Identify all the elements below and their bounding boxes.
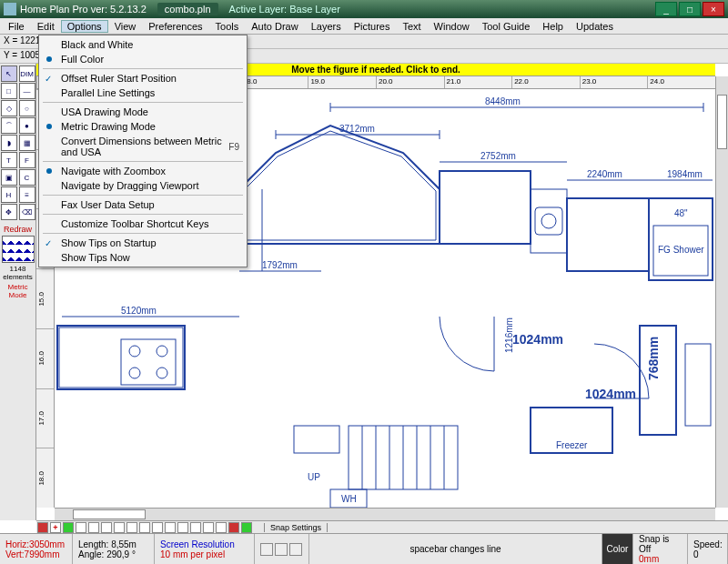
app-title: Home Plan Pro ver: 5.2.13.2 bbox=[20, 4, 147, 15]
zoom-in-icon[interactable] bbox=[260, 543, 273, 556]
hatch-palette[interactable] bbox=[2, 236, 35, 263]
plus-icon[interactable]: + bbox=[50, 522, 61, 533]
bullet-icon bbox=[46, 168, 52, 174]
ruler-tick: 21.0 bbox=[444, 76, 512, 88]
ruler-tick: 18.0 bbox=[36, 448, 54, 508]
minimize-button[interactable]: _ bbox=[655, 2, 677, 16]
fast-tool[interactable]: F bbox=[19, 152, 35, 168]
hide-tool[interactable]: H bbox=[1, 186, 17, 203]
svg-rect-3 bbox=[531, 189, 567, 253]
tool-icon[interactable] bbox=[139, 522, 150, 533]
status-horiz: Horiz:3050mm bbox=[5, 539, 66, 549]
menu-item-label: Customize Toolbar Shortcut Keys bbox=[61, 218, 208, 229]
redraw-button[interactable]: Redraw bbox=[4, 225, 32, 234]
document-name: combo.pln bbox=[157, 3, 218, 15]
menu-text[interactable]: Text bbox=[396, 20, 427, 33]
oval-tool[interactable]: ○ bbox=[19, 100, 35, 116]
tool-icon[interactable] bbox=[114, 522, 125, 533]
menu-tool-guide[interactable]: Tool Guide bbox=[476, 20, 537, 33]
menu-auto-draw[interactable]: Auto Draw bbox=[245, 20, 304, 33]
menu-pictures[interactable]: Pictures bbox=[348, 20, 397, 33]
menu-item-navigate-by-dragging-viewport[interactable]: Navigate by Dragging Viewport bbox=[39, 178, 247, 193]
svg-text:2752mm: 2752mm bbox=[480, 151, 516, 161]
tool-icon[interactable] bbox=[76, 522, 86, 533]
arc-tool[interactable]: ⌒ bbox=[1, 117, 17, 134]
tool-icon[interactable] bbox=[216, 522, 227, 533]
status-icon[interactable] bbox=[63, 522, 74, 533]
menu-item-show-tips-on-startup[interactable]: ✓Show Tips on Startup bbox=[39, 236, 247, 250]
status-mmperpx: 10 mm per pixel bbox=[160, 549, 248, 559]
menu-item-customize-toolbar-shortcut-keys[interactable]: Customize Toolbar Shortcut Keys bbox=[39, 217, 247, 231]
close-button[interactable]: × bbox=[703, 2, 724, 16]
tool-icon[interactable] bbox=[190, 522, 201, 533]
menu-file[interactable]: File bbox=[2, 20, 31, 33]
scroll-thumb[interactable] bbox=[717, 95, 727, 149]
scrollbar-horizontal[interactable] bbox=[55, 508, 715, 520]
menu-item-navigate-with-zoombox[interactable]: Navigate with Zoombox bbox=[39, 164, 247, 178]
menu-item-show-tips-now[interactable]: Show Tips Now bbox=[39, 250, 247, 265]
erase-tool[interactable]: ⌫ bbox=[19, 204, 35, 220]
tool-icon[interactable] bbox=[177, 522, 188, 533]
menu-item-label: Show Tips Now bbox=[61, 252, 130, 263]
scrollbar-vertical[interactable] bbox=[715, 76, 728, 508]
tool-icon[interactable] bbox=[101, 522, 112, 533]
tool-icon[interactable] bbox=[165, 522, 176, 533]
svg-text:FG Shower: FG Shower bbox=[658, 245, 704, 255]
svg-text:WH: WH bbox=[341, 494, 357, 504]
menu-separator bbox=[43, 233, 243, 234]
menu-item-label: Fax User Data Setup bbox=[61, 199, 155, 210]
menu-edit[interactable]: Edit bbox=[31, 20, 61, 33]
tool-icon[interactable] bbox=[203, 522, 214, 533]
menu-item-parallel-line-settings[interactable]: Parallel Line Settings bbox=[39, 86, 247, 100]
door-tool[interactable]: ◗ bbox=[1, 135, 17, 151]
ruler-tick: 17.0 bbox=[36, 388, 54, 448]
layer-tool[interactable]: ≡ bbox=[19, 186, 35, 203]
menu-item-fax-user-data-setup[interactable]: Fax User Data Setup bbox=[39, 197, 247, 212]
color-button[interactable]: Color bbox=[607, 544, 629, 554]
scroll-thumb[interactable] bbox=[73, 509, 146, 519]
status-screenres: Screen Resolution bbox=[160, 539, 248, 549]
menu-updates[interactable]: Updates bbox=[570, 20, 620, 33]
status-vert: Vert:7990mm bbox=[5, 549, 66, 559]
circle-tool[interactable]: ● bbox=[19, 117, 35, 134]
clone-tool[interactable]: C bbox=[19, 169, 35, 186]
tool-icon[interactable] bbox=[126, 522, 137, 533]
zoom-fit-icon[interactable] bbox=[289, 543, 302, 556]
maximize-button[interactable]: □ bbox=[679, 2, 701, 16]
text-tool[interactable]: T bbox=[1, 152, 17, 168]
menu-item-full-color[interactable]: Full Color bbox=[39, 52, 247, 66]
zoom-icon[interactable] bbox=[37, 522, 48, 533]
menu-layers[interactable]: Layers bbox=[305, 20, 348, 33]
menu-preferences[interactable]: Preferences bbox=[142, 20, 208, 33]
menu-help[interactable]: Help bbox=[536, 20, 570, 33]
menu-item-convert-dimensions-between-metric-and-usa[interactable]: Convert Dimensions between Metric and US… bbox=[39, 134, 247, 159]
tool-icon[interactable] bbox=[88, 522, 99, 533]
menu-item-black-and-white[interactable]: Black and White bbox=[39, 37, 247, 52]
svg-text:5120mm: 5120mm bbox=[121, 306, 157, 316]
dim-tool[interactable]: DIM bbox=[19, 65, 35, 82]
line-tool[interactable]: ― bbox=[19, 83, 35, 99]
rect-tool[interactable]: □ bbox=[1, 83, 17, 99]
menu-item-offset-ruler-start-position[interactable]: ✓Offset Ruler Start Position bbox=[39, 71, 247, 86]
menu-separator bbox=[43, 214, 243, 215]
select-tool[interactable]: ↖ bbox=[1, 65, 17, 82]
poly-tool[interactable]: ◇ bbox=[1, 100, 17, 116]
rec-icon[interactable] bbox=[228, 522, 239, 533]
svg-text:1024mm: 1024mm bbox=[512, 332, 563, 347]
tool-icon[interactable] bbox=[152, 522, 163, 533]
figures-tool[interactable]: ▣ bbox=[1, 169, 17, 186]
wall-tool[interactable]: ▦ bbox=[19, 135, 35, 151]
titlebar: Home Plan Pro ver: 5.2.13.2 combo.pln Ac… bbox=[0, 0, 728, 18]
menu-tools[interactable]: Tools bbox=[209, 20, 246, 33]
zoom-out-icon[interactable] bbox=[275, 543, 288, 556]
snap-settings[interactable]: Snap Settings bbox=[264, 523, 328, 532]
move-tool[interactable]: ✥ bbox=[1, 204, 17, 220]
tool-palette: ↖DIM □― ◇○ ⌒● ◗▦ TF ▣C H≡ ✥⌫ Redraw 1148… bbox=[0, 64, 36, 520]
go-icon[interactable] bbox=[241, 522, 252, 533]
menu-item-usa-drawing-mode[interactable]: USA Drawing Mode bbox=[39, 105, 247, 119]
svg-text:2240mm: 2240mm bbox=[587, 169, 622, 179]
menu-options[interactable]: Options bbox=[61, 20, 108, 33]
menu-view[interactable]: View bbox=[108, 20, 143, 33]
menu-item-metric-drawing-mode[interactable]: Metric Drawing Mode bbox=[39, 119, 247, 134]
menu-window[interactable]: Window bbox=[428, 20, 476, 33]
